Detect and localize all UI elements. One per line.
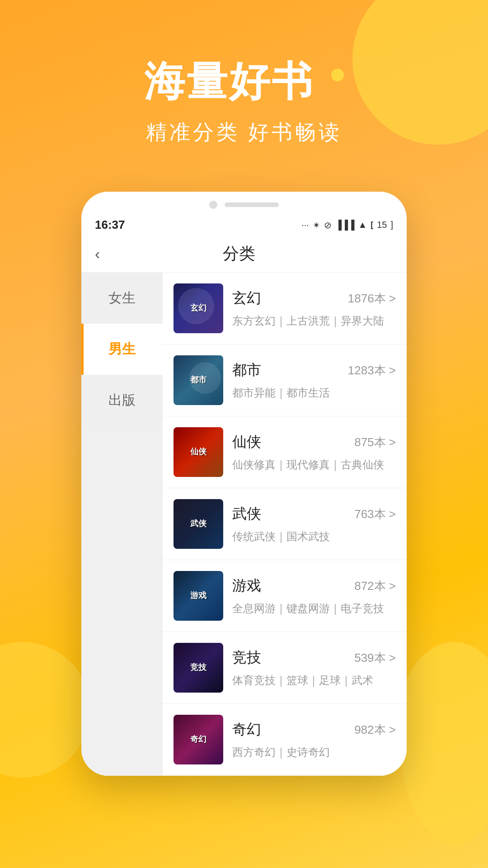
status-icons: ··· ✴ ⊘ ▐▐▐ ▲ [ 15 ] xyxy=(301,220,393,231)
sidebar: 女生 男生 出版 xyxy=(81,273,163,776)
cover-text-jingji: 竞技 xyxy=(190,662,206,673)
book-cover-dushi: 都市 xyxy=(174,355,223,405)
back-button[interactable]: ‹ xyxy=(95,245,109,263)
bluetooth-icon: ✴ xyxy=(313,220,320,231)
phone-speaker xyxy=(225,203,279,207)
phone-top-bar xyxy=(81,192,407,213)
sidebar-item-female[interactable]: 女生 xyxy=(81,273,163,324)
main-category-list: 玄幻 玄幻 1876本 > 东方玄幻｜上古洪荒｜异界大陆 xyxy=(163,273,407,776)
category-info-jingji: 竞技 539本 > 体育竞技｜篮球｜足球｜武术 xyxy=(232,648,396,688)
category-tags-youxi: 全息网游｜键盘网游｜电子竞技 xyxy=(232,601,396,616)
category-name-dushi: 都市 xyxy=(232,360,261,380)
battery-value: 15 xyxy=(377,220,387,230)
category-tags-jingji: 体育竞技｜篮球｜足球｜武术 xyxy=(232,673,396,688)
sidebar-label-publish: 出版 xyxy=(108,392,136,407)
battery-end: ] xyxy=(390,220,393,230)
category-count-youxi: 872本 > xyxy=(354,578,396,594)
category-count-wuxia: 763本 > xyxy=(354,506,396,522)
phone-camera xyxy=(209,201,217,209)
category-tags-xianxia: 仙侠修真｜现代修真｜古典仙侠 xyxy=(232,458,396,472)
category-info-wuxia: 武侠 763本 > 传统武侠｜国术武技 xyxy=(232,504,396,544)
main-title-text: 海量好书 xyxy=(144,59,314,104)
category-name-jingji: 竞技 xyxy=(232,648,261,668)
cover-text-youxi: 游戏 xyxy=(190,590,206,601)
category-name-qihuan: 奇幻 xyxy=(232,720,261,740)
category-count-xuanhuan: 1876本 > xyxy=(348,291,396,307)
sidebar-label-female: 女生 xyxy=(108,290,136,305)
main-title: 海量好书 xyxy=(144,54,343,109)
sub-title: 精准分类 好书畅读 xyxy=(0,118,488,146)
category-tags-dushi: 都市异能｜都市生活 xyxy=(232,386,396,400)
category-item-qihuan[interactable]: 奇幻 奇幻 982本 > 西方奇幻｜史诗奇幻 xyxy=(163,704,407,776)
category-item-xuanhuan[interactable]: 玄幻 玄幻 1876本 > 东方玄幻｜上古洪荒｜异界大陆 xyxy=(163,273,407,344)
category-info-xuanhuan: 玄幻 1876本 > 东方玄幻｜上古洪荒｜异界大陆 xyxy=(232,288,396,328)
book-cover-qihuan: 奇幻 xyxy=(174,715,223,764)
category-name-xianxia: 仙侠 xyxy=(232,432,261,452)
book-cover-jingji: 竞技 xyxy=(174,643,223,693)
title-dot-decoration xyxy=(331,69,344,81)
wifi-icon: ▲ xyxy=(358,220,367,230)
signal-icon: ⊘ xyxy=(324,220,332,231)
nav-bar: ‹ 分类 xyxy=(81,236,407,273)
category-info-xianxia: 仙侠 875本 > 仙侠修真｜现代修真｜古典仙侠 xyxy=(232,432,396,472)
phone-container: 16:37 ··· ✴ ⊘ ▐▐▐ ▲ [ 15 ] ‹ 分类 xyxy=(0,192,488,776)
cover-text-wuxia: 武侠 xyxy=(190,519,206,529)
category-name-xuanhuan: 玄幻 xyxy=(232,288,261,308)
category-info-qihuan: 奇幻 982本 > 西方奇幻｜史诗奇幻 xyxy=(232,720,396,760)
category-count-qihuan: 982本 > xyxy=(354,722,396,738)
category-item-xianxia[interactable]: 仙侠 仙侠 875本 > 仙侠修真｜现代修真｜古典仙侠 xyxy=(163,416,407,488)
category-item-wuxia[interactable]: 武侠 武侠 763本 > 传统武侠｜国术武技 xyxy=(163,488,407,560)
category-tags-xuanhuan: 东方玄幻｜上古洪荒｜异界大陆 xyxy=(232,314,396,328)
category-info-youxi: 游戏 872本 > 全息网游｜键盘网游｜电子竞技 xyxy=(232,576,396,616)
status-bar: 16:37 ··· ✴ ⊘ ▐▐▐ ▲ [ 15 ] xyxy=(81,213,407,236)
status-time: 16:37 xyxy=(95,218,125,232)
category-item-youxi[interactable]: 游戏 游戏 872本 > 全息网游｜键盘网游｜电子竞技 xyxy=(163,560,407,632)
dots-icon: ··· xyxy=(301,220,309,230)
battery-label: [ xyxy=(371,220,373,230)
category-item-dushi[interactable]: 都市 都市 1283本 > 都市异能｜都市生活 xyxy=(163,344,407,416)
book-cover-xuanhuan: 玄幻 xyxy=(174,283,223,333)
sidebar-label-male: 男生 xyxy=(108,341,136,356)
category-item-jingji[interactable]: 竞技 竞技 539本 > 体育竞技｜篮球｜足球｜武术 xyxy=(163,632,407,704)
category-name-wuxia: 武侠 xyxy=(232,504,261,524)
book-cover-youxi: 游戏 xyxy=(174,571,223,621)
cover-text-qihuan: 奇幻 xyxy=(190,734,206,745)
content-area: 女生 男生 出版 玄幻 xyxy=(81,273,407,776)
category-name-youxi: 游戏 xyxy=(232,576,261,596)
bars-icon: ▐▐▐ xyxy=(335,220,355,230)
phone-mockup: 16:37 ··· ✴ ⊘ ▐▐▐ ▲ [ 15 ] ‹ 分类 xyxy=(81,192,407,776)
book-cover-wuxia: 武侠 xyxy=(174,499,223,549)
category-count-dushi: 1283本 > xyxy=(348,363,396,378)
category-info-dushi: 都市 1283本 > 都市异能｜都市生活 xyxy=(232,360,396,400)
nav-title: 分类 xyxy=(109,243,369,265)
sidebar-item-male[interactable]: 男生 xyxy=(81,324,163,375)
book-cover-xianxia: 仙侠 xyxy=(174,427,223,477)
category-tags-wuxia: 传统武侠｜国术武技 xyxy=(232,529,396,544)
category-tags-qihuan: 西方奇幻｜史诗奇幻 xyxy=(232,745,396,760)
category-count-jingji: 539本 > xyxy=(354,650,396,666)
header-section: 海量好书 精准分类 好书畅读 xyxy=(0,0,488,174)
sidebar-item-publish[interactable]: 出版 xyxy=(81,375,163,426)
cover-text-xianxia: 仙侠 xyxy=(190,447,206,457)
category-count-xianxia: 875本 > xyxy=(354,434,396,450)
